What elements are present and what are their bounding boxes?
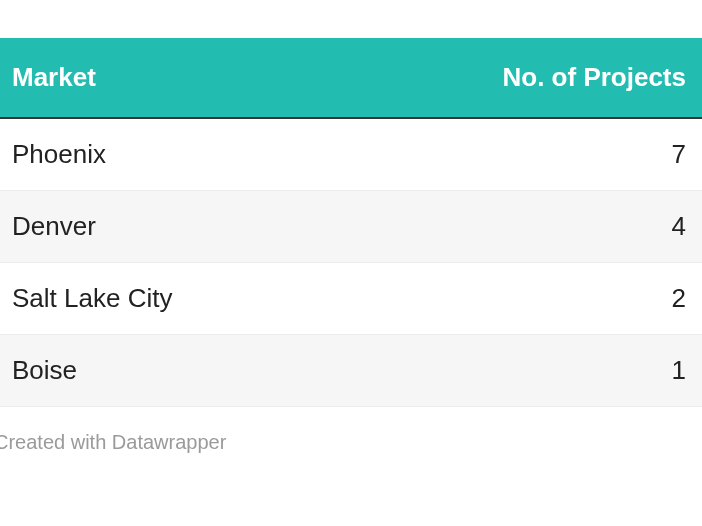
table-row: Denver 4 bbox=[0, 191, 702, 263]
cell-projects: 2 bbox=[351, 263, 702, 335]
col-header-market: Market bbox=[0, 38, 351, 118]
credit-text: Created with Datawrapper bbox=[0, 407, 702, 454]
cell-projects: 7 bbox=[351, 118, 702, 191]
table-row: Salt Lake City 2 bbox=[0, 263, 702, 335]
projects-table: Market No. of Projects Phoenix 7 Denver … bbox=[0, 38, 702, 407]
table-header-row: Market No. of Projects bbox=[0, 38, 702, 118]
cell-projects: 1 bbox=[351, 335, 702, 407]
cell-market: Denver bbox=[0, 191, 351, 263]
col-header-projects: No. of Projects bbox=[351, 38, 702, 118]
cell-market: Boise bbox=[0, 335, 351, 407]
cell-market: Phoenix bbox=[0, 118, 351, 191]
cell-projects: 4 bbox=[351, 191, 702, 263]
table-row: Boise 1 bbox=[0, 335, 702, 407]
cell-market: Salt Lake City bbox=[0, 263, 351, 335]
table-row: Phoenix 7 bbox=[0, 118, 702, 191]
